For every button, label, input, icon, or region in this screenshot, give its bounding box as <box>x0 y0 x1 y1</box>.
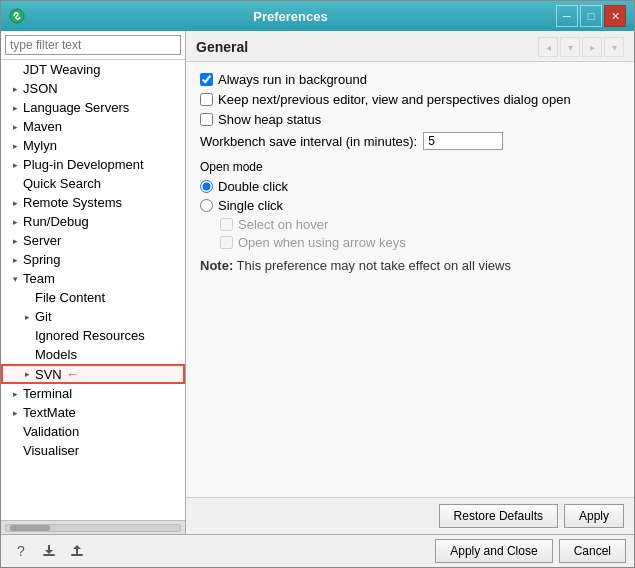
tree-arrow-git <box>21 311 33 323</box>
scrollbar-track <box>5 524 181 532</box>
sidebar-item-validation[interactable]: Validation <box>1 422 185 441</box>
scrollbar-thumb <box>10 525 50 531</box>
open-mode-label: Open mode <box>200 160 620 174</box>
tree-arrow-mylyn <box>9 140 21 152</box>
sidebar-item-quick-search[interactable]: Quick Search <box>1 174 185 193</box>
sidebar-item-plugin-dev[interactable]: Plug-in Development <box>1 155 185 174</box>
apply-row: Restore Defaults Apply <box>186 497 634 534</box>
sidebar-item-ignored-resources[interactable]: Ignored Resources <box>1 326 185 345</box>
tree-label-maven: Maven <box>23 119 62 134</box>
filter-input[interactable] <box>5 35 181 55</box>
back-button[interactable]: ◂ <box>538 37 558 57</box>
double-click-radio[interactable] <box>200 180 213 193</box>
import-preferences-icon[interactable] <box>65 539 89 563</box>
sidebar-item-textmate[interactable]: TextMate <box>1 403 185 422</box>
select-on-hover-checkbox[interactable] <box>220 218 233 231</box>
open-with-arrow-label: Open when using arrow keys <box>238 235 406 250</box>
tree-label-mylyn: Mylyn <box>23 138 57 153</box>
open-with-arrow-checkbox[interactable] <box>220 236 233 249</box>
window-icon <box>9 8 25 24</box>
sidebar-item-server[interactable]: Server <box>1 231 185 250</box>
single-click-radio[interactable] <box>200 199 213 212</box>
tree-arrow-terminal <box>9 388 21 400</box>
sidebar: JDT WeavingJSONLanguage ServersMavenMyly… <box>1 31 186 534</box>
tree-label-quick-search: Quick Search <box>23 176 101 191</box>
sidebar-item-jdt-weaving[interactable]: JDT Weaving <box>1 60 185 79</box>
bottom-bar: ? Apply and Close Cancel <box>1 534 634 567</box>
note-text: This preference may not take effect on a… <box>233 258 511 273</box>
maximize-button[interactable]: □ <box>580 5 602 27</box>
tree-arrow-server <box>9 235 21 247</box>
sidebar-item-language-servers[interactable]: Language Servers <box>1 98 185 117</box>
note-row: Note: This preference may not take effec… <box>200 258 620 273</box>
forward-dropdown[interactable]: ▾ <box>604 37 624 57</box>
sidebar-item-maven[interactable]: Maven <box>1 117 185 136</box>
sidebar-item-terminal[interactable]: Terminal <box>1 384 185 403</box>
keep-next-checkbox[interactable] <box>200 93 213 106</box>
content-area: JDT WeavingJSONLanguage ServersMavenMyly… <box>1 31 634 534</box>
tree-arrow-svn <box>21 368 33 380</box>
tree-arrow-textmate <box>9 407 21 419</box>
workbench-save-label: Workbench save interval (in minutes): <box>200 134 417 149</box>
restore-defaults-button[interactable]: Restore Defaults <box>439 504 558 528</box>
tree-arrow-language-servers <box>9 102 21 114</box>
tree-arrow-plugin-dev <box>9 159 21 171</box>
tree-label-spring: Spring <box>23 252 61 267</box>
tree-label-terminal: Terminal <box>23 386 72 401</box>
workbench-save-row: Workbench save interval (in minutes): <box>200 132 620 150</box>
select-on-hover-row: Select on hover <box>200 217 620 232</box>
sidebar-item-spring[interactable]: Spring <box>1 250 185 269</box>
export-preferences-icon[interactable] <box>37 539 61 563</box>
tree-label-jdt-weaving: JDT Weaving <box>23 62 101 77</box>
tree-label-textmate: TextMate <box>23 405 76 420</box>
show-heap-row: Show heap status <box>200 112 620 127</box>
apply-and-close-button[interactable]: Apply and Close <box>435 539 552 563</box>
filter-input-wrap <box>1 31 185 60</box>
tree-label-json: JSON <box>23 81 58 96</box>
section-title: General <box>196 39 248 55</box>
tree-label-server: Server <box>23 233 61 248</box>
sidebar-item-run-debug[interactable]: Run/Debug <box>1 212 185 231</box>
open-with-arrow-row: Open when using arrow keys <box>200 235 620 250</box>
sidebar-item-remote-systems[interactable]: Remote Systems <box>1 193 185 212</box>
apply-button[interactable]: Apply <box>564 504 624 528</box>
main-header: General ◂ ▾ ▸ ▾ <box>186 31 634 62</box>
main-panel: General ◂ ▾ ▸ ▾ Always run in background… <box>186 31 634 534</box>
tree-arrow-spring <box>9 254 21 266</box>
sidebar-item-svn[interactable]: SVN ← <box>1 364 185 384</box>
tree-arrow-remote-systems <box>9 197 21 209</box>
tree-label-run-debug: Run/Debug <box>23 214 89 229</box>
sidebar-item-models[interactable]: Models <box>1 345 185 364</box>
nav-controls: ◂ ▾ ▸ ▾ <box>538 37 624 57</box>
sidebar-item-team[interactable]: Team <box>1 269 185 288</box>
keep-next-label: Keep next/previous editor, view and pers… <box>218 92 571 107</box>
horizontal-scrollbar[interactable] <box>1 520 185 534</box>
always-run-checkbox[interactable] <box>200 73 213 86</box>
tree-arrow-team <box>9 273 21 285</box>
svg-rect-3 <box>71 554 83 556</box>
sidebar-item-json[interactable]: JSON <box>1 79 185 98</box>
bottom-icons: ? <box>9 539 89 563</box>
show-heap-checkbox[interactable] <box>200 113 213 126</box>
tree-label-svn: SVN <box>35 367 62 382</box>
tree-area: JDT WeavingJSONLanguage ServersMavenMyly… <box>1 60 185 520</box>
select-on-hover-label: Select on hover <box>238 217 328 232</box>
sidebar-item-file-content[interactable]: File Content <box>1 288 185 307</box>
forward-button[interactable]: ▸ <box>582 37 602 57</box>
svg-rect-1 <box>43 554 55 556</box>
tree-label-git: Git <box>35 309 52 324</box>
double-click-row: Double click <box>200 179 620 194</box>
help-icon[interactable]: ? <box>9 539 33 563</box>
workbench-save-input[interactable] <box>423 132 503 150</box>
minimize-button[interactable]: ─ <box>556 5 578 27</box>
window-controls: ─ □ ✕ <box>556 5 626 27</box>
close-button[interactable]: ✕ <box>604 5 626 27</box>
sidebar-item-visualiser[interactable]: Visualiser <box>1 441 185 460</box>
preferences-window: Preferences ─ □ ✕ JDT WeavingJSONLanguag… <box>0 0 635 568</box>
highlight-arrow-svn: ← <box>66 366 80 382</box>
tree-label-remote-systems: Remote Systems <box>23 195 122 210</box>
cancel-button[interactable]: Cancel <box>559 539 626 563</box>
sidebar-item-mylyn[interactable]: Mylyn <box>1 136 185 155</box>
sidebar-item-git[interactable]: Git <box>1 307 185 326</box>
back-dropdown[interactable]: ▾ <box>560 37 580 57</box>
